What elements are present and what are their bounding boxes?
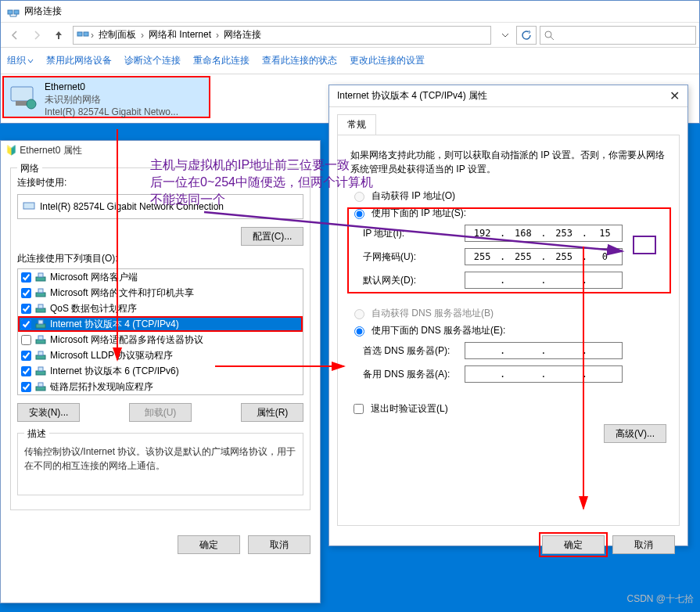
properties-button[interactable]: 属性(R) (241, 403, 303, 422)
dns2-row: 备用 DNS 服务器(A): ... (363, 362, 666, 386)
svg-rect-13 (36, 277, 45, 281)
dns1-input[interactable]: ... (465, 342, 623, 359)
toolbar-organize[interactable]: 组织 (7, 54, 34, 67)
toolbar-view-status[interactable]: 查看此连接的状态 (262, 54, 337, 67)
device-name: Ethernet0 (45, 81, 178, 93)
items-label: 此连接使用下列项目(O): (17, 252, 303, 265)
subnet-mask-label: 子网掩码(U): (363, 250, 465, 264)
svg-rect-19 (36, 324, 45, 328)
items-list[interactable]: Microsoft 网络客户端Microsoft 网络的文件和打印机共享QoS … (17, 268, 303, 395)
svg-rect-14 (38, 273, 43, 277)
item-checkbox[interactable] (21, 272, 31, 283)
install-button[interactable]: 安装(N)... (17, 403, 80, 422)
item-checkbox[interactable] (21, 304, 31, 314)
adapter-name: Intel(R) 82574L Gigabit Network Connecti… (40, 201, 224, 212)
nav-up-button[interactable] (48, 24, 70, 46)
validate-checkbox-row[interactable]: 退出时验证设置(L) (350, 401, 666, 416)
chevron-right-icon: › (89, 30, 95, 41)
list-item[interactable]: QoS 数据包计划程序 (18, 301, 303, 316)
svg-rect-17 (36, 308, 45, 312)
ipv4-properties-dialog: Internet 协议版本 4 (TCP/IPv4) 属性 ✕ 常规 如果网络支… (328, 85, 688, 546)
list-item[interactable]: Internet 协议版本 6 (TCP/IPv6) (18, 363, 303, 379)
uninstall-button: 卸载(U) (129, 403, 192, 422)
svg-rect-23 (36, 355, 45, 359)
toolbar-change-settings[interactable]: 更改此连接的设置 (350, 54, 425, 67)
network-groupbox: 网络 连接时使用: Intel(R) 82574L Gigabit Networ… (10, 167, 311, 510)
configure-button[interactable]: 配置(C)... (241, 227, 303, 246)
item-checkbox[interactable] (21, 335, 31, 345)
toolbar: 组织 禁用此网络设备 诊断这个连接 重命名此连接 查看此连接的状态 更改此连接的… (1, 48, 699, 74)
cancel-button[interactable]: 取消 (612, 535, 675, 554)
address-dropdown-button[interactable] (494, 24, 516, 46)
network-icon (7, 5, 20, 18)
chevron-down-icon (27, 58, 34, 64)
item-checkbox[interactable] (21, 319, 31, 329)
cancel-button[interactable]: 取消 (248, 535, 311, 554)
toolbar-diagnose[interactable]: 诊断这个连接 (124, 54, 181, 67)
list-item[interactable]: Microsoft LLDP 协议驱动程序 (18, 347, 303, 363)
list-item[interactable]: Microsoft 网络的文件和打印机共享 (18, 285, 303, 301)
svg-rect-25 (36, 371, 45, 375)
ip-address-input[interactable]: 192. 168. 253. 15 (465, 225, 623, 242)
ok-button[interactable]: 确定 (542, 535, 605, 554)
svg-rect-16 (38, 289, 43, 293)
svg-rect-1 (14, 10, 19, 14)
address-bar[interactable]: › 控制面板 › 网络和 Internet › 网络连接 (73, 26, 491, 45)
device-adapter: Intel(R) 82574L Gigabit Netwo... (45, 106, 178, 118)
watermark: CSDN @十七拾 (626, 592, 694, 606)
advanced-button[interactable]: 高级(V)... (604, 424, 666, 443)
svg-rect-28 (38, 383, 43, 387)
ethernet0-tile[interactable]: Ethernet0 未识别的网络 Intel(R) 82574L Gigabit… (2, 76, 210, 118)
item-checkbox[interactable] (21, 288, 31, 298)
svg-line-8 (551, 37, 554, 40)
svg-rect-22 (38, 336, 43, 340)
svg-rect-12 (23, 203, 34, 209)
item-checkbox[interactable] (21, 351, 31, 361)
protocol-icon (34, 286, 47, 299)
breadcrumb-1[interactable]: 控制面板 (95, 28, 139, 41)
use-ip-radio[interactable]: 使用下面的 IP 地址(S): (350, 204, 666, 221)
close-button[interactable]: ✕ (669, 88, 680, 103)
gateway-row: 默认网关(D): . . . (363, 268, 666, 292)
adapter-icon (7, 81, 40, 112)
list-item[interactable]: Microsoft 网络适配器多路传送器协议 (18, 332, 303, 347)
svg-rect-18 (38, 304, 43, 308)
item-label: Microsoft 网络适配器多路传送器协议 (50, 333, 203, 347)
tab-network[interactable]: 网络 (17, 162, 42, 175)
description-label: 描述 (24, 427, 49, 441)
svg-point-11 (27, 99, 36, 109)
toolbar-disable[interactable]: 禁用此网络设备 (46, 54, 112, 67)
gateway-input[interactable]: . . . (465, 272, 623, 289)
list-item[interactable]: 链路层拓扑发现响应程序 (18, 379, 303, 394)
navigation-row: › 控制面板 › 网络和 Internet › 网络连接 (1, 23, 699, 48)
nav-forward-button[interactable] (26, 24, 48, 46)
breadcrumb-2[interactable]: 网络和 Internet (145, 28, 214, 41)
svg-rect-9 (11, 87, 33, 101)
ethernet-properties-dialog: 🔰 Ethernet0 属性 网络 连接时使用: Intel(R) 82574L… (0, 140, 321, 603)
breadcrumb-3[interactable]: 网络连接 (221, 28, 264, 41)
gateway-label: 默认网关(D): (363, 274, 465, 287)
nav-back-button[interactable] (4, 24, 26, 46)
item-checkbox[interactable] (21, 366, 31, 376)
subnet-mask-input[interactable]: 255. 255. 255. 0 (465, 248, 623, 265)
item-label: Internet 协议版本 4 (TCP/IPv4) (50, 318, 179, 331)
dns1-row: 首选 DNS 服务器(P): ... (363, 339, 666, 362)
use-dns-radio[interactable]: 使用下面的 DNS 服务器地址(E): (350, 322, 666, 339)
device-status: 未识别的网络 (45, 93, 178, 106)
auto-ip-radio[interactable]: 自动获得 IP 地址(O) (350, 187, 666, 204)
refresh-button[interactable] (516, 26, 537, 45)
svg-rect-24 (38, 351, 43, 355)
list-item[interactable]: Internet 协议版本 4 (TCP/IPv4) (18, 316, 303, 332)
protocol-icon (34, 380, 47, 393)
search-input[interactable] (540, 26, 696, 45)
list-item[interactable]: Microsoft 网络客户端 (18, 269, 303, 285)
svg-point-7 (545, 31, 551, 38)
titlebar: 网络连接 (1, 1, 699, 23)
toolbar-rename[interactable]: 重命名此连接 (193, 54, 249, 67)
tab-general[interactable]: 常规 (337, 114, 376, 135)
item-checkbox[interactable] (21, 382, 31, 392)
protocol-icon (34, 349, 47, 362)
ok-button[interactable]: 确定 (178, 535, 240, 554)
ip-address-row: IP 地址(I): 192. 168. 253. 15 (363, 221, 666, 245)
dns2-input[interactable]: ... (465, 365, 623, 383)
